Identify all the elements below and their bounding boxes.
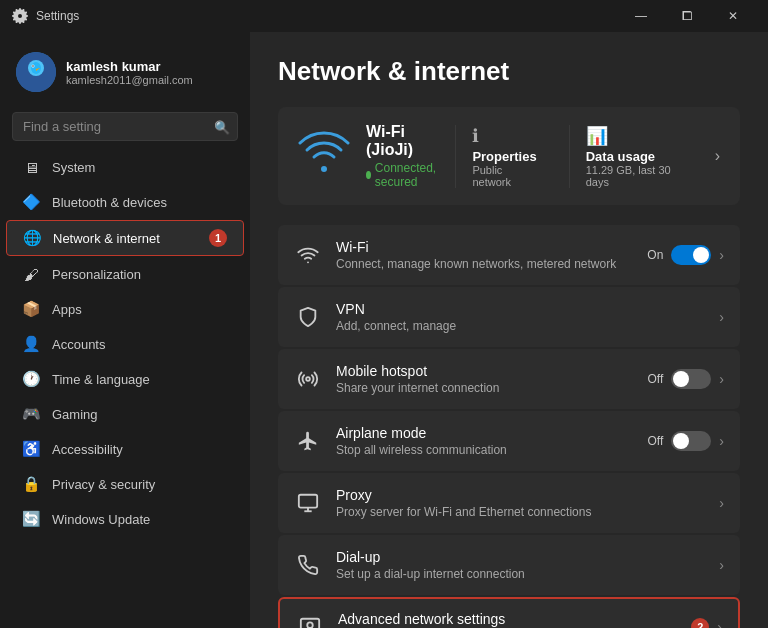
banner-chevron-icon: ›	[715, 147, 720, 165]
settings-desc-wifi: Connect, manage known networks, metered …	[336, 257, 633, 271]
settings-item-vpn[interactable]: VPN Add, connect, manage ›	[278, 287, 740, 347]
settings-text-hotspot: Mobile hotspot Share your internet conne…	[336, 363, 634, 395]
item-badge-advanced: 2	[691, 618, 709, 628]
settings-icon-hotspot	[294, 365, 322, 393]
toggle-label-hotspot: Off	[648, 372, 664, 386]
user-name: kamlesh kumar	[66, 59, 193, 74]
sidebar-item-system[interactable]: 🖥 System	[6, 150, 244, 184]
settings-desc-vpn: Add, connect, manage	[336, 319, 705, 333]
sidebar-item-accessibility[interactable]: ♿ Accessibility	[6, 432, 244, 466]
settings-title-proxy: Proxy	[336, 487, 705, 503]
nav-icon-network: 🌐	[23, 229, 41, 247]
nav-label-bluetooth: Bluetooth & devices	[52, 195, 167, 210]
svg-point-4	[32, 65, 33, 66]
chevron-icon-hotspot: ›	[719, 371, 724, 387]
chevron-icon-wifi: ›	[719, 247, 724, 263]
wifi-status: Connected, secured	[366, 161, 439, 189]
settings-item-dialup[interactable]: Dial-up Set up a dial-up internet connec…	[278, 535, 740, 595]
settings-text-advanced: Advanced network settings View all netwo…	[338, 611, 677, 628]
settings-text-airplane: Airplane mode Stop all wireless communic…	[336, 425, 634, 457]
settings-title-vpn: VPN	[336, 301, 705, 317]
settings-desc-hotspot: Share your internet connection	[336, 381, 634, 395]
properties-icon: ℹ	[472, 125, 479, 147]
search-box: 🔍	[12, 112, 238, 141]
sidebar: kamlesh kumar kamlesh2011@gmail.com 🔍 🖥 …	[0, 32, 250, 628]
settings-text-dialup: Dial-up Set up a dial-up internet connec…	[336, 549, 705, 581]
wifi-banner-info: Wi-Fi (JioJi) Connected, secured	[366, 123, 439, 189]
nav-icon-accounts: 👤	[22, 335, 40, 353]
page-title: Network & internet	[278, 56, 740, 87]
sidebar-item-apps[interactable]: 📦 Apps	[6, 292, 244, 326]
settings-text-wifi: Wi-Fi Connect, manage known networks, me…	[336, 239, 633, 271]
main-panel: Network & internet Wi-Fi (JioJi)	[250, 32, 768, 628]
wifi-name: Wi-Fi (JioJi)	[366, 123, 439, 159]
nav-label-accessibility: Accessibility	[52, 442, 123, 457]
settings-window: Settings — ⧠ ✕	[0, 0, 768, 628]
svg-point-2	[31, 62, 41, 74]
minimize-button[interactable]: —	[618, 0, 664, 32]
nav-badge-network: 1	[209, 229, 227, 247]
nav-icon-accessibility: ♿	[22, 440, 40, 458]
sidebar-item-time[interactable]: 🕐 Time & language	[6, 362, 244, 396]
settings-icon-advanced	[296, 613, 324, 628]
toggle-airplane[interactable]	[671, 431, 711, 451]
nav-label-privacy: Privacy & security	[52, 477, 155, 492]
sidebar-item-update[interactable]: 🔄 Windows Update	[6, 502, 244, 536]
settings-item-advanced[interactable]: Advanced network settings View all netwo…	[278, 597, 740, 628]
data-usage-icon: 📊	[586, 125, 608, 147]
avatar-image	[16, 52, 56, 92]
wifi-status-text: Connected, secured	[375, 161, 440, 189]
nav-icon-gaming: 🎮	[22, 405, 40, 423]
settings-title-hotspot: Mobile hotspot	[336, 363, 634, 379]
properties-sub: Public network	[472, 164, 536, 188]
settings-item-wifi[interactable]: Wi-Fi Connect, manage known networks, me…	[278, 225, 740, 285]
sidebar-item-privacy[interactable]: 🔒 Privacy & security	[6, 467, 244, 501]
toggle-thumb-airplane	[673, 433, 689, 449]
nav-label-apps: Apps	[52, 302, 82, 317]
chevron-icon-airplane: ›	[719, 433, 724, 449]
sidebar-item-personalization[interactable]: 🖌 Personalization	[6, 257, 244, 291]
nav-list: 🖥 System 🔷 Bluetooth & devices 🌐 Network…	[0, 149, 250, 537]
svg-point-6	[307, 261, 309, 263]
settings-right-dialup: ›	[719, 557, 724, 573]
wifi-properties[interactable]: ℹ Properties Public network	[455, 125, 552, 188]
user-profile[interactable]: kamlesh kumar kamlesh2011@gmail.com	[0, 40, 250, 104]
sidebar-item-gaming[interactable]: 🎮 Gaming	[6, 397, 244, 431]
main-content: kamlesh kumar kamlesh2011@gmail.com 🔍 🖥 …	[0, 32, 768, 628]
nav-icon-apps: 📦	[22, 300, 40, 318]
wifi-large-icon	[298, 130, 350, 183]
close-button[interactable]: ✕	[710, 0, 756, 32]
settings-desc-proxy: Proxy server for Wi-Fi and Ethernet conn…	[336, 505, 705, 519]
user-email: kamlesh2011@gmail.com	[66, 74, 193, 86]
wifi-banner[interactable]: Wi-Fi (JioJi) Connected, secured ℹ Prope…	[278, 107, 740, 205]
settings-right-vpn: ›	[719, 309, 724, 325]
wifi-data-usage[interactable]: 📊 Data usage 11.29 GB, last 30 days	[569, 125, 691, 188]
settings-desc-dialup: Set up a dial-up internet connection	[336, 567, 705, 581]
settings-title-advanced: Advanced network settings	[338, 611, 677, 627]
settings-item-hotspot[interactable]: Mobile hotspot Share your internet conne…	[278, 349, 740, 409]
settings-title-wifi: Wi-Fi	[336, 239, 633, 255]
toggle-thumb-wifi	[693, 247, 709, 263]
svg-point-10	[307, 622, 313, 628]
sidebar-item-accounts[interactable]: 👤 Accounts	[6, 327, 244, 361]
titlebar-controls: — ⧠ ✕	[618, 0, 756, 32]
maximize-button[interactable]: ⧠	[664, 0, 710, 32]
toggle-label-airplane: Off	[648, 434, 664, 448]
nav-icon-time: 🕐	[22, 370, 40, 388]
settings-text-proxy: Proxy Proxy server for Wi-Fi and Etherne…	[336, 487, 705, 519]
nav-label-time: Time & language	[52, 372, 150, 387]
settings-app-icon	[12, 8, 28, 24]
settings-item-proxy[interactable]: Proxy Proxy server for Wi-Fi and Etherne…	[278, 473, 740, 533]
toggle-wifi[interactable]	[671, 245, 711, 265]
nav-label-update: Windows Update	[52, 512, 150, 527]
settings-item-airplane[interactable]: Airplane mode Stop all wireless communic…	[278, 411, 740, 471]
chevron-icon-proxy: ›	[719, 495, 724, 511]
sidebar-item-network[interactable]: 🌐 Network & internet 1	[6, 220, 244, 256]
search-input[interactable]	[12, 112, 238, 141]
sidebar-item-bluetooth[interactable]: 🔷 Bluetooth & devices	[6, 185, 244, 219]
nav-label-accounts: Accounts	[52, 337, 105, 352]
chevron-icon-advanced: ›	[717, 619, 722, 628]
nav-icon-update: 🔄	[22, 510, 40, 528]
nav-label-gaming: Gaming	[52, 407, 98, 422]
toggle-hotspot[interactable]	[671, 369, 711, 389]
